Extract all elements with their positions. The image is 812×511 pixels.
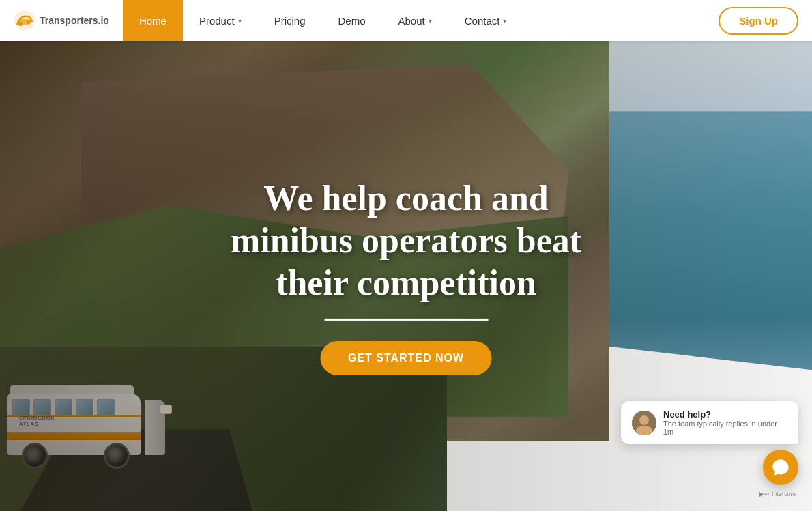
chevron-down-icon: ▾ — [238, 17, 242, 25]
chat-widget: Need help? The team typically replies in… — [621, 401, 798, 497]
hero-divider — [324, 319, 488, 321]
chat-reply-time: The team typically replies in under 1m — [663, 420, 787, 436]
chevron-down-icon-about: ▾ — [429, 17, 432, 25]
chevron-down-icon-contact: ▾ — [503, 17, 506, 25]
logo-text: Transporters.io — [40, 15, 109, 26]
chat-bubble[interactable]: Need help? The team typically replies in… — [621, 401, 798, 444]
navbar: Transporters.io Home Product ▾ Pricing D… — [0, 0, 812, 41]
nav-item-contact[interactable]: Contact ▾ — [448, 0, 523, 41]
nav-item-about[interactable]: About ▾ — [382, 0, 448, 41]
nav-items: Home Product ▾ Pricing Demo About ▾ Cont… — [123, 0, 705, 41]
hero-title: We help coach and minibus operators beat… — [203, 177, 609, 304]
chat-icon — [771, 458, 790, 477]
svg-point-5 — [639, 415, 649, 425]
avatar-icon — [632, 411, 656, 435]
chat-avatar — [632, 411, 656, 435]
chat-need-help: Need help? — [663, 409, 787, 420]
nav-item-product[interactable]: Product ▾ — [183, 0, 258, 41]
nav-item-home[interactable]: Home — [123, 0, 183, 41]
hero-cta-button[interactable]: GET STARTED NOW — [321, 341, 491, 375]
logo-icon — [14, 10, 35, 31]
chat-fab-button[interactable] — [763, 450, 798, 485]
nav-item-demo[interactable]: Demo — [322, 0, 382, 41]
hero-content: We help coach and minibus operators beat… — [203, 177, 609, 375]
signup-button[interactable]: Sign Up — [719, 7, 798, 35]
logo[interactable]: Transporters.io — [0, 0, 123, 41]
svg-rect-3 — [19, 19, 30, 25]
chat-text: Need help? The team typically replies in… — [663, 409, 787, 436]
navbar-right: Sign Up — [705, 0, 812, 41]
chat-watermark: ▶↩ Intercom — [759, 491, 798, 497]
nav-item-pricing[interactable]: Pricing — [258, 0, 322, 41]
